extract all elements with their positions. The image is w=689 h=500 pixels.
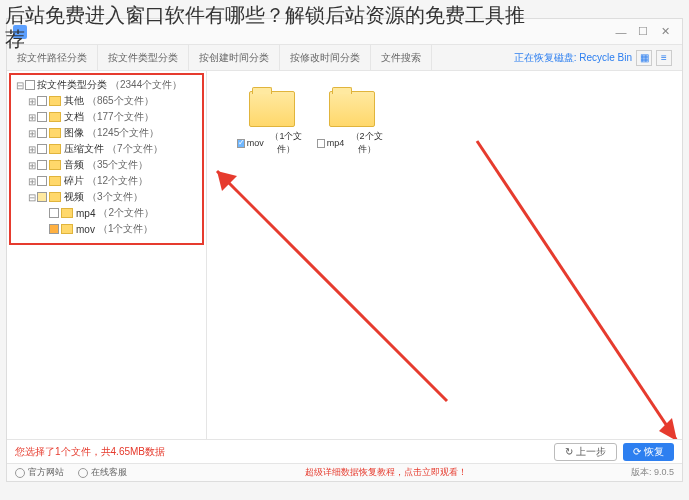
folder-name: mov [247, 138, 264, 148]
tabbar: 按文件路径分类 按文件类型分类 按创建时间分类 按修改时间分类 文件搜索 正在恢… [7, 45, 682, 71]
minimize-button[interactable]: — [610, 23, 632, 41]
tree-label: 文档 [64, 110, 84, 124]
maximize-button[interactable]: ☐ [632, 23, 654, 41]
folder-icon [49, 96, 61, 106]
titlebar: — ☐ ✕ [7, 19, 682, 45]
tree-count: （2个文件） [98, 206, 154, 220]
checkbox[interactable] [49, 224, 59, 234]
tree-root-count: （2344个文件） [110, 78, 182, 92]
folder-icon [49, 128, 61, 138]
folder-caption: mp4 （2个文件） [317, 130, 387, 156]
expand-icon[interactable]: ⊟ [27, 192, 37, 203]
expand-icon[interactable]: ⊞ [27, 176, 37, 187]
tree-item-other[interactable]: ⊞其他（865个文件） [15, 93, 198, 109]
restore-button[interactable]: ⟳ 恢复 [623, 443, 674, 461]
tree-item-mov[interactable]: mov（1个文件） [15, 221, 198, 237]
prev-label: 上一步 [576, 445, 606, 459]
folder-tile-mp4[interactable]: mp4 （2个文件） [317, 91, 387, 156]
tree-item-audio[interactable]: ⊞音频（35个文件） [15, 157, 198, 173]
folder-count: （2个文件） [346, 130, 387, 156]
tree-root[interactable]: ⊟ 按文件类型分类 （2344个文件） [15, 77, 198, 93]
tree-label: 碎片 [64, 174, 84, 188]
tree-label: 压缩文件 [64, 142, 104, 156]
expand-icon[interactable]: ⊞ [27, 128, 37, 139]
view-list-button[interactable]: ≡ [656, 50, 672, 66]
folder-caption: mov （1个文件） [237, 130, 307, 156]
support-link[interactable]: 在线客服 [78, 466, 127, 479]
tree-count: （7个文件） [107, 142, 163, 156]
support-label: 在线客服 [91, 466, 127, 479]
version-label: 版本: 9.0.5 [631, 466, 674, 479]
footer: 您选择了1个文件，共4.65MB数据 ↻ 上一步 ⟳ 恢复 [7, 439, 682, 463]
checkbox[interactable] [37, 176, 47, 186]
folder-icon [61, 224, 73, 234]
checkbox[interactable] [37, 96, 47, 106]
restore-label: 恢复 [644, 445, 664, 459]
checkbox[interactable] [237, 139, 245, 148]
folder-count: （1个文件） [266, 130, 307, 156]
tree-root-label: 按文件类型分类 [37, 78, 107, 92]
svg-marker-3 [659, 418, 677, 439]
bottombar: 官方网站 在线客服 超级详细数据恢复教程，点击立即观看！ 版本: 9.0.5 [7, 463, 682, 481]
tree-count: （1245个文件） [87, 126, 159, 140]
tab-by-created[interactable]: 按创建时间分类 [189, 45, 280, 70]
folder-icon [49, 144, 61, 154]
tree-count: （865个文件） [87, 94, 154, 108]
checkbox[interactable] [37, 112, 47, 122]
checkbox[interactable] [37, 144, 47, 154]
tree-item-video[interactable]: ⊟视频（3个文件） [15, 189, 198, 205]
expand-icon[interactable]: ⊞ [27, 144, 37, 155]
overlay-title-line2: 荐 [5, 26, 25, 53]
annotation-arrow-left [197, 151, 457, 411]
checkbox[interactable] [37, 160, 47, 170]
annotation-arrow-right [467, 131, 682, 439]
restore-icon: ⟳ [633, 446, 641, 457]
selection-status: 您选择了1个文件，共4.65MB数据 [15, 445, 165, 459]
globe-icon [15, 468, 25, 478]
tree-label: 图像 [64, 126, 84, 140]
site-label: 官方网站 [28, 466, 64, 479]
tree-label: 音频 [64, 158, 84, 172]
tree-item-docs[interactable]: ⊞文档（177个文件） [15, 109, 198, 125]
scan-status-text: 正在恢复磁盘: Recycle Bin [514, 51, 632, 65]
prev-button[interactable]: ↻ 上一步 [554, 443, 617, 461]
view-grid-button[interactable]: ▦ [636, 50, 652, 66]
folder-icon [49, 176, 61, 186]
checkbox[interactable] [49, 208, 59, 218]
tree-count: （12个文件） [87, 174, 148, 188]
tree-item-archive[interactable]: ⊞压缩文件（7个文件） [15, 141, 198, 157]
reload-icon: ↻ [565, 446, 573, 457]
official-site-link[interactable]: 官方网站 [15, 466, 64, 479]
scan-status: 正在恢复磁盘: Recycle Bin ▦ ≡ [504, 45, 682, 70]
tree-label: 其他 [64, 94, 84, 108]
svg-line-0 [217, 171, 447, 401]
tutorial-message[interactable]: 超级详细数据恢复教程，点击立即观看！ [141, 466, 631, 479]
tab-by-type[interactable]: 按文件类型分类 [98, 45, 189, 70]
svg-line-2 [477, 141, 677, 439]
checkbox[interactable] [25, 80, 35, 90]
folder-icon [49, 160, 61, 170]
close-button[interactable]: ✕ [654, 23, 676, 41]
expand-icon[interactable]: ⊞ [27, 112, 37, 123]
checkbox[interactable] [317, 139, 325, 148]
app-window: — ☐ ✕ 按文件路径分类 按文件类型分类 按创建时间分类 按修改时间分类 文件… [6, 18, 683, 482]
main-area: ⊟ 按文件类型分类 （2344个文件） ⊞其他（865个文件） ⊞文档（177个… [7, 71, 682, 439]
tree-item-fragments[interactable]: ⊞碎片（12个文件） [15, 173, 198, 189]
tab-file-search[interactable]: 文件搜索 [371, 45, 432, 70]
folder-tile-mov[interactable]: mov （1个文件） [237, 91, 307, 156]
tree-label: mp4 [76, 208, 95, 219]
expand-icon[interactable]: ⊞ [27, 160, 37, 171]
tab-by-modified[interactable]: 按修改时间分类 [280, 45, 371, 70]
folder-icon [49, 112, 61, 122]
checkbox[interactable] [37, 192, 47, 202]
folder-icon [249, 91, 295, 127]
folder-icon [329, 91, 375, 127]
expand-icon[interactable]: ⊟ [15, 80, 25, 91]
tree-item-images[interactable]: ⊞图像（1245个文件） [15, 125, 198, 141]
tree-item-mp4[interactable]: mp4（2个文件） [15, 205, 198, 221]
folder-name: mp4 [327, 138, 345, 148]
tree-label: 视频 [64, 190, 84, 204]
expand-icon[interactable]: ⊞ [27, 96, 37, 107]
folder-icon [61, 208, 73, 218]
checkbox[interactable] [37, 128, 47, 138]
